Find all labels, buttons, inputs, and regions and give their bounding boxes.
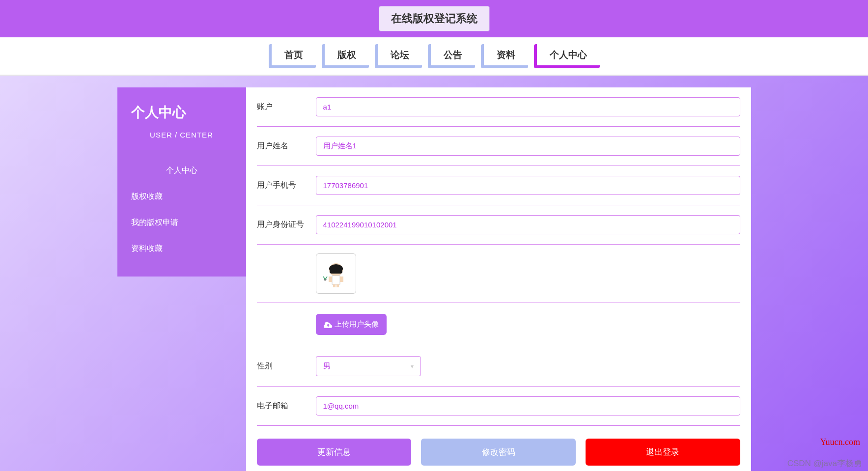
select-gender[interactable]: 男 ▾ (316, 356, 421, 376)
sidebar-head: 个人中心 USER / CENTER (117, 87, 246, 150)
change-password-button[interactable]: 修改密码 (421, 439, 576, 466)
watermark-csdn: CSDN @java李杨勇 (787, 458, 862, 469)
svg-rect-9 (333, 284, 336, 287)
sidebar-item-materials-fav[interactable]: 资料收藏 (117, 236, 246, 262)
system-title: 在线版权登记系统 (379, 6, 490, 31)
avatar-icon (321, 259, 351, 288)
input-name[interactable] (316, 137, 740, 156)
sidebar-item-user-center[interactable]: 个人中心 (117, 158, 246, 184)
nav-tab-materials[interactable]: 资料 (481, 44, 528, 68)
update-button[interactable]: 更新信息 (257, 439, 412, 466)
row-name: 用户姓名 (257, 127, 740, 166)
avatar-preview (316, 253, 356, 294)
row-gender: 性别 男 ▾ (257, 346, 740, 387)
row-upload: 上传用户头像 (257, 303, 740, 346)
svg-rect-2 (330, 270, 342, 274)
label-idcard: 用户身份证号 (257, 220, 316, 230)
input-email[interactable] (316, 396, 740, 416)
row-phone: 用户手机号 (257, 166, 740, 205)
row-avatar (257, 245, 740, 303)
nav-tab-announcement[interactable]: 公告 (428, 44, 475, 68)
upload-avatar-button[interactable]: 上传用户头像 (316, 314, 387, 335)
top-header: 在线版权登记系统 (0, 0, 868, 37)
svg-rect-4 (329, 277, 332, 282)
body-area: 个人中心 USER / CENTER 个人中心 版权收藏 我的版权申请 资料收藏… (0, 76, 868, 471)
sidebar-item-my-apply[interactable]: 我的版权申请 (117, 210, 246, 236)
row-idcard: 用户身份证号 (257, 205, 740, 245)
label-email: 电子邮箱 (257, 401, 316, 411)
label-name: 用户姓名 (257, 141, 316, 151)
sidebar-subtitle: USER / CENTER (131, 131, 246, 139)
input-idcard[interactable] (316, 215, 740, 234)
nav-tabs: 首页 版权 论坛 公告 资料 个人中心 (0, 37, 868, 76)
nav-tab-forum[interactable]: 论坛 (375, 44, 422, 68)
nav-tab-copyright[interactable]: 版权 (322, 44, 369, 68)
label-account: 账户 (257, 102, 316, 112)
input-account[interactable] (316, 97, 740, 116)
label-gender: 性别 (257, 361, 316, 371)
content-wrapper: 个人中心 USER / CENTER 个人中心 版权收藏 我的版权申请 资料收藏… (117, 87, 751, 471)
svg-rect-10 (336, 284, 339, 287)
nav-tab-home[interactable]: 首页 (269, 44, 316, 68)
sidebar-menu: 个人中心 版权收藏 我的版权申请 资料收藏 (117, 150, 246, 277)
form-panel: 账户 用户姓名 用户手机号 用户身份证号 (246, 87, 751, 471)
sidebar-item-copyright-fav[interactable]: 版权收藏 (117, 184, 246, 210)
sidebar: 个人中心 USER / CENTER 个人中心 版权收藏 我的版权申请 资料收藏 (117, 87, 246, 277)
nav-tab-user-center[interactable]: 个人中心 (534, 44, 600, 68)
row-account: 账户 (257, 87, 740, 127)
svg-rect-3 (332, 276, 340, 284)
select-gender-value: 男 (323, 361, 331, 371)
chevron-down-icon: ▾ (411, 363, 414, 370)
svg-rect-5 (340, 277, 343, 282)
row-email: 电子邮箱 (257, 387, 740, 426)
logout-button[interactable]: 退出登录 (586, 439, 740, 466)
watermark-yuucn: Yuucn.com (820, 437, 860, 447)
upload-avatar-label: 上传用户头像 (335, 320, 379, 329)
action-row: 更新信息 修改密码 退出登录 (257, 426, 740, 471)
label-phone: 用户手机号 (257, 180, 316, 191)
input-phone[interactable] (316, 176, 740, 195)
cloud-upload-icon (324, 321, 333, 328)
sidebar-title: 个人中心 (131, 103, 246, 122)
